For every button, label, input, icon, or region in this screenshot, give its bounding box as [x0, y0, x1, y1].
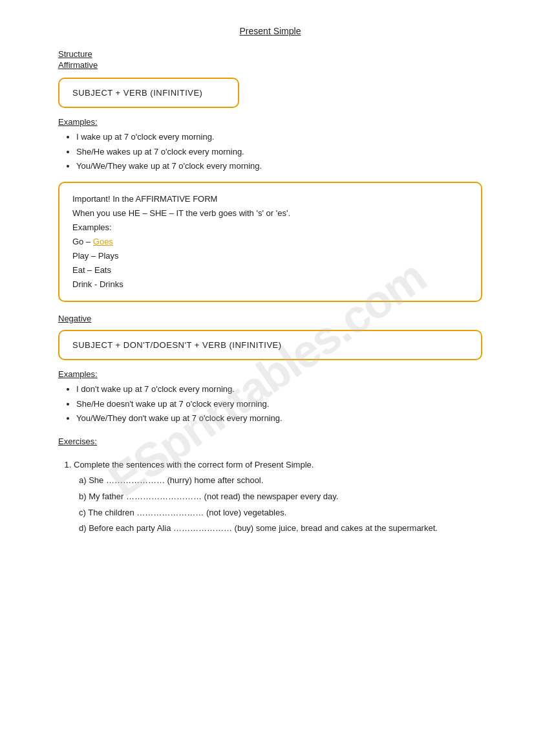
- exercise-1: Complete the sentences with the correct …: [74, 457, 482, 537]
- affirmative-label: Affirmative: [58, 60, 482, 70]
- list-item: She/He wakes up at 7 o'clock every morni…: [76, 146, 482, 158]
- affirmative-box-text: SUBJECT + VERB (INFINITIVE): [72, 88, 202, 98]
- info-line2: When you use HE – SHE – IT the verb goes…: [72, 206, 468, 221]
- exercise-1c: c) The children …………………… (not love) vege…: [74, 505, 482, 521]
- negative-label: Negative: [58, 314, 482, 323]
- affirmative-box: SUBJECT + VERB (INFINITIVE): [58, 78, 239, 108]
- negative-examples-label: Examples:: [58, 369, 482, 379]
- list-item: I don't wake up at 7 o'clock every morni…: [76, 383, 482, 396]
- info-line1: Important! In the AFFIRMATIVE FORM: [72, 192, 468, 206]
- affirmative-examples-label: Examples:: [58, 117, 482, 127]
- exercises-list: Complete the sentences with the correct …: [58, 457, 482, 537]
- list-item: She/He doesn't wake up at 7 o'clock ever…: [76, 398, 482, 411]
- page-title: Present Simple: [58, 26, 482, 36]
- info-box: Important! In the AFFIRMATIVE FORM When …: [58, 182, 482, 303]
- exercises-section: Exercises: Complete the sentences with t…: [58, 437, 482, 537]
- affirmative-examples-list: I wake up at 7 o'clock every morning. Sh…: [58, 131, 482, 173]
- info-examples-label: Examples:: [72, 221, 468, 235]
- info-item-2: Play – Plays: [72, 249, 468, 263]
- structure-section: Structure Affirmative SUBJECT + VERB (IN…: [58, 49, 482, 302]
- negative-examples-list: I don't wake up at 7 o'clock every morni…: [58, 383, 482, 425]
- exercise-1a: a) She ………………… (hurry) home after school…: [74, 473, 482, 489]
- list-item: I wake up at 7 o'clock every morning.: [76, 131, 482, 144]
- exercise-1d: d) Before each party Alia ………………… (buy) …: [74, 521, 482, 537]
- info-highlight: Goes: [93, 237, 113, 246]
- exercises-label: Exercises:: [58, 437, 482, 446]
- info-item-4: Drink - Drinks: [72, 277, 468, 292]
- exercise-1b: b) My father ……………………… (not read) the ne…: [74, 489, 482, 505]
- list-item: You/We/They wake up at 7 o'clock every m…: [76, 160, 482, 173]
- exercise-1-intro: Complete the sentences with the correct …: [74, 460, 314, 470]
- info-item-3: Eat – Eats: [72, 263, 468, 277]
- info-item-1: Go – Goes: [72, 235, 468, 249]
- list-item: You/We/They don't wake up at 7 o'clock e…: [76, 412, 482, 425]
- structure-label: Structure: [58, 49, 482, 59]
- negative-box-text: SUBJECT + DON'T/DOESN'T + VERB (INFINITI…: [72, 340, 282, 350]
- negative-section: Negative SUBJECT + DON'T/DOESN'T + VERB …: [58, 314, 482, 425]
- negative-box: SUBJECT + DON'T/DOESN'T + VERB (INFINITI…: [58, 330, 482, 360]
